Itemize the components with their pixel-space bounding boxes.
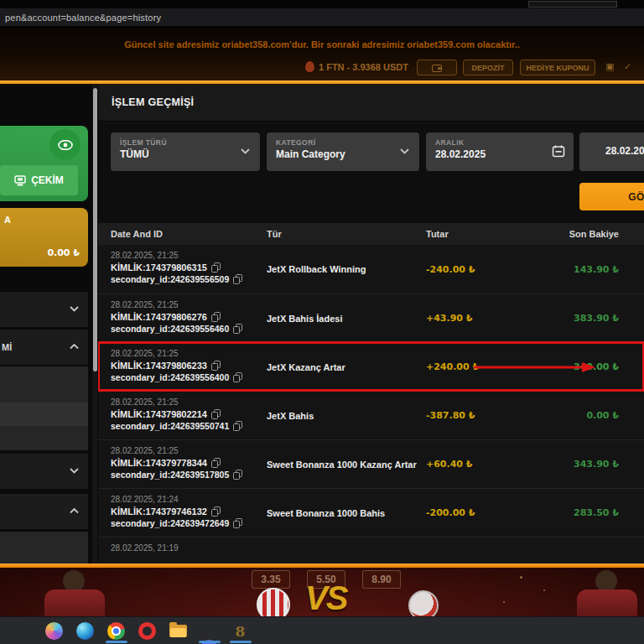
- table-row: 28.02.2025, 21:25 KİMLİK:174379806276 se…: [98, 293, 644, 342]
- table-row-highlighted: 28.02.2025, 21:25 KİMLİK:174379806233 se…: [98, 342, 644, 391]
- domain-notice-text: Güncel site adresimiz oriabet358.com'dur…: [124, 39, 520, 49]
- page-title: İŞLEM GEÇMİŞİ: [98, 84, 644, 122]
- team-crest-left: [257, 588, 290, 616]
- sidebar-section-3[interactable]: [0, 454, 88, 489]
- deposit-button[interactable]: DEPOZİT: [463, 60, 513, 75]
- row-id: KİMLİK:174379746132: [111, 506, 207, 517]
- file-explorer-icon[interactable]: [169, 622, 187, 640]
- filter-value: TÜMÜ: [120, 148, 252, 160]
- annotation-arrow: [474, 362, 595, 372]
- football-player-left: [38, 568, 113, 616]
- row-amount: -240.00 ₺: [426, 245, 538, 293]
- copy-icon[interactable]: [211, 312, 221, 322]
- col-type: Tür: [267, 229, 426, 239]
- show-results-button[interactable]: GÖSTER: [579, 183, 644, 210]
- row-secondary-id: secondary_id:242639472649: [111, 518, 229, 528]
- filter-value: Main Category: [276, 148, 411, 160]
- filter-value: 28.02.2025: [435, 148, 565, 160]
- chevron-down-icon: [70, 468, 79, 474]
- withdraw-card: ÇEKİM: [0, 126, 88, 201]
- copy-icon[interactable]: [211, 361, 221, 371]
- table-row: 28.02.2025, 21:25 KİMLİK:174379778344 se…: [98, 439, 644, 488]
- bonus-card-label: A: [4, 215, 11, 225]
- row-amount: +43.90 ₺: [426, 294, 538, 342]
- scrollbar-thumb[interactable]: [93, 88, 97, 371]
- row-type: Sweet Bonanza 1000 Kazanç Artar: [267, 440, 426, 488]
- filter-transaction-type[interactable]: İŞLEM TÜRÜ TÜMÜ: [111, 132, 260, 171]
- chevron-up-icon: [70, 344, 79, 350]
- submenu-item-active[interactable]: [0, 402, 88, 426]
- chevron-up-icon: [70, 508, 79, 514]
- promo-body: 3.35 5.50 8.90 VS: [0, 568, 644, 616]
- row-type: Sweet Bonanza 1000 Bahis: [267, 489, 426, 537]
- football-player-right: [570, 568, 644, 616]
- row-balance: 143.90 ₺: [538, 245, 619, 293]
- site-topbar: 1 FTN - 3.9368 USDT DEPOZİT HEDİYE KUPON…: [0, 56, 644, 80]
- row-id: KİMLİK:174379802214: [111, 409, 207, 419]
- app-area: ÇEKİM A 0.00 ₺ Mİ: [0, 84, 644, 564]
- bonus-card: A 0.00 ₺: [0, 208, 88, 267]
- copy-icon[interactable]: [233, 470, 242, 480]
- sidebar-section-1[interactable]: [0, 292, 88, 327]
- bonus-card-amount: 0.00 ₺: [47, 247, 80, 258]
- row-type: JetX Kazanç Artar: [267, 343, 426, 391]
- chrome-icon[interactable]: [107, 622, 125, 640]
- copy-icon[interactable]: [233, 518, 242, 528]
- row-secondary-id: secondary_id:242639556460: [111, 324, 229, 334]
- filter-label: İŞLEM TÜRÜ: [120, 138, 252, 147]
- sidebar-submenu-item[interactable]: [0, 532, 88, 564]
- site-header: Güncel site adresimiz oriabet358.com'dur…: [0, 28, 644, 80]
- copilot-icon[interactable]: [45, 622, 63, 640]
- gift-coupon-button[interactable]: HEDİYE KUPONU: [520, 60, 595, 75]
- filter-zone: İŞLEM TÜRÜ TÜMÜ KATEGORİ Main Category A…: [98, 122, 644, 223]
- copy-icon[interactable]: [211, 458, 221, 468]
- row-date: 28.02.2025, 21:25: [111, 349, 267, 358]
- copy-icon[interactable]: [233, 372, 242, 382]
- odds-button-1[interactable]: 3.35: [252, 570, 290, 589]
- ftn-coin-icon: [305, 61, 314, 72]
- row-id: KİMLİK:174379778344: [111, 458, 207, 468]
- row-date: 28.02.2025, 21:19: [111, 543, 267, 553]
- odds-button-2[interactable]: 8.90: [362, 570, 401, 589]
- row-balance: 283.50 ₺: [538, 489, 619, 537]
- row-type: JetX Rollback Winning: [267, 245, 426, 293]
- table-body: 28.02.2025, 21:25 KİMLİK:174379806315 se…: [98, 245, 644, 564]
- notification-icon[interactable]: ▣: [605, 61, 614, 72]
- taskbar: 8: [0, 616, 644, 644]
- row-balance: 0.00 ₺: [538, 392, 619, 439]
- domain-notice: Güncel site adresimiz oriabet358.com'dur…: [0, 36, 644, 51]
- edge-icon[interactable]: [76, 622, 94, 640]
- opera-icon[interactable]: [138, 622, 156, 640]
- col-balance: Son Bakiye: [538, 229, 619, 239]
- browser-tab[interactable]: [528, 1, 617, 8]
- filter-date-start[interactable]: ARALIK 28.02.2025: [426, 132, 574, 171]
- toggle-balance-visibility-button[interactable]: [49, 129, 80, 160]
- withdraw-button[interactable]: ÇEKİM: [0, 165, 78, 195]
- row-id: KİMLİK:174379806233: [111, 361, 207, 371]
- row-date: 28.02.2025, 21:24: [111, 495, 267, 504]
- sidebar-section-4[interactable]: [0, 494, 88, 529]
- url-text: pen&account=balance&page=history: [5, 13, 161, 23]
- copy-icon[interactable]: [211, 262, 221, 273]
- wallet-button[interactable]: [417, 60, 457, 75]
- running-indicator: [199, 641, 221, 643]
- copy-icon[interactable]: [211, 506, 221, 517]
- row-secondary-id: secondary_id:242639556400: [111, 372, 229, 382]
- sidebar-section-history[interactable]: Mİ: [0, 330, 88, 365]
- promo-banner[interactable]: 3.35 5.50 8.90 VS: [0, 564, 644, 616]
- browser-chrome: pen&account=balance&page=history: [0, 0, 644, 28]
- filter-label: KATEGORİ: [276, 138, 411, 147]
- copy-icon[interactable]: [211, 409, 221, 419]
- confirm-check-icon[interactable]: ✓: [624, 61, 631, 72]
- copy-icon[interactable]: [233, 274, 242, 284]
- balance-display: 1 FTN - 3.9368 USDT: [305, 61, 408, 72]
- filter-category[interactable]: KATEGORİ Main Category: [267, 132, 419, 171]
- address-bar[interactable]: pen&account=balance&page=history: [0, 8, 644, 26]
- team-crest-right: [408, 590, 439, 616]
- row-date: 28.02.2025, 21:25: [111, 397, 267, 407]
- copy-icon[interactable]: [233, 324, 242, 334]
- filter-date-end[interactable]: 28.02.2025: [579, 132, 644, 171]
- copy-icon[interactable]: [233, 421, 242, 431]
- game-app-icon[interactable]: 8: [231, 622, 249, 640]
- main-content: İŞLEM GEÇMİŞİ İŞLEM TÜRÜ TÜMÜ KATEGORİ M…: [98, 84, 644, 564]
